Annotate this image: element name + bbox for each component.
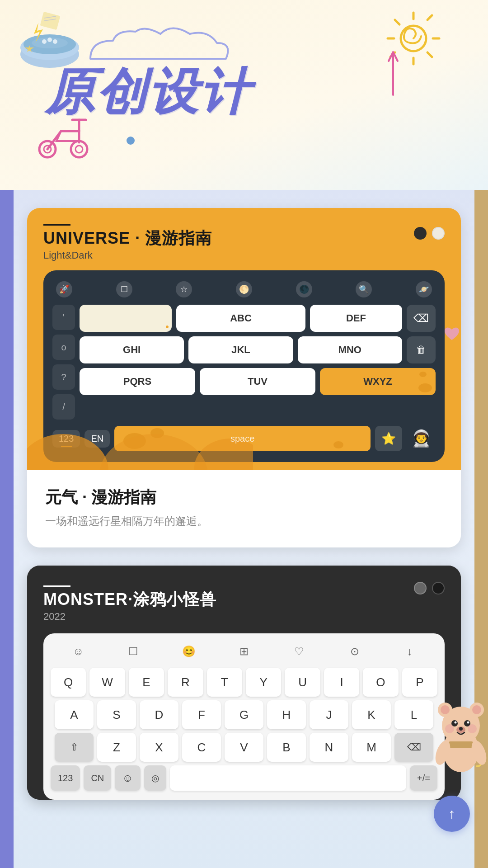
svg-point-31 xyxy=(441,705,450,714)
monster-year: 2022 xyxy=(43,611,216,623)
wk-num-key[interactable]: 123 xyxy=(51,765,80,791)
wk-key-shift[interactable]: ⇧ xyxy=(55,733,94,762)
kb-key-abc[interactable]: ABC xyxy=(176,305,305,332)
svg-point-6 xyxy=(53,39,57,44)
universe-card[interactable]: UNIVERSE · 漫游指南 Light&Dark 🚀 ☐ xyxy=(27,208,461,547)
monster-light-toggle[interactable] xyxy=(414,582,427,594)
wk-key-h[interactable]: H xyxy=(267,700,306,729)
kb-backspace[interactable]: ⌫ xyxy=(407,305,436,332)
svg-line-17 xyxy=(395,20,399,24)
svg-point-45 xyxy=(99,434,208,470)
wk-key-n[interactable]: N xyxy=(310,733,348,762)
svg-point-35 xyxy=(455,722,457,724)
svg-point-5 xyxy=(47,38,52,42)
svg-line-19 xyxy=(427,15,432,20)
kb-star-key[interactable]: ⭐ xyxy=(375,426,402,451)
kb-row-1: ● ABC DEF ⌫ xyxy=(80,305,436,332)
wk-key-w[interactable]: W xyxy=(89,668,125,697)
wk-key-v[interactable]: V xyxy=(225,733,263,762)
wk-special-key[interactable]: ◎ xyxy=(144,765,166,791)
svg-point-32 xyxy=(472,705,481,714)
wk-space-key[interactable] xyxy=(170,765,406,791)
kb-icon-bar: 🚀 ☐ ☆ 🌕 🌑 🔍 🪐 xyxy=(52,281,436,297)
svg-point-43 xyxy=(468,724,477,733)
wk-key-s[interactable]: S xyxy=(97,700,136,729)
wk-cn-key[interactable]: CN xyxy=(84,765,111,791)
wk-key-q[interactable]: Q xyxy=(51,668,86,697)
kb-astronaut-key: 👨‍🚀 xyxy=(407,424,436,453)
wk-key-b[interactable]: B xyxy=(267,733,306,762)
kb-key-tuv[interactable]: TUV xyxy=(200,368,315,395)
orange-blob-decoration xyxy=(27,398,253,470)
wk-key-j[interactable]: J xyxy=(310,700,348,729)
wk-row-zxcv: ⇧ Z X C V B N M ⌫ xyxy=(51,733,437,762)
monster-title-block: MONSTER·涂鸦小怪兽 2022 xyxy=(43,582,216,623)
wk-key-k[interactable]: K xyxy=(352,700,391,729)
kb-key-blank1: ● xyxy=(80,305,172,332)
kb-key-wxyz[interactable]: WXYZ xyxy=(320,368,436,395)
monster-dark-toggle[interactable] xyxy=(432,582,445,594)
wk-key-t[interactable]: T xyxy=(207,668,242,697)
kb-key-pqrs[interactable]: PQRS xyxy=(80,368,195,395)
svg-point-38 xyxy=(459,727,463,731)
wk-key-i[interactable]: I xyxy=(324,668,359,697)
cards-container: UNIVERSE · 漫游指南 Light&Dark 🚀 ☐ xyxy=(0,190,488,818)
wk-icon-heart: ♡ xyxy=(288,642,310,660)
hero-section: 原创设计 xyxy=(0,0,488,190)
wk-bottom-row: 123 CN ☺ ◎ +/= xyxy=(51,765,437,791)
wk-key-o[interactable]: O xyxy=(363,668,398,697)
svg-point-42 xyxy=(445,724,454,733)
back-to-top-button[interactable]: ↑ xyxy=(434,796,470,832)
kb-key-jkl[interactable]: JKL xyxy=(188,336,293,363)
main-content: UNIVERSE · 漫游指南 Light&Dark 🚀 ☐ xyxy=(0,190,488,868)
light-mode-toggle[interactable] xyxy=(432,227,445,240)
svg-rect-9 xyxy=(40,12,61,30)
kb-icon-page: ☐ xyxy=(116,281,132,297)
kb-icon-sun: 🌕 xyxy=(236,281,252,297)
wk-key-r[interactable]: R xyxy=(168,668,203,697)
wk-icon-emoji: 😊 xyxy=(178,642,200,660)
wk-icon-face: ☺ xyxy=(67,642,89,660)
dark-mode-toggle[interactable] xyxy=(414,227,427,240)
wk-letter-rows: Q W E R T Y U I O P A xyxy=(51,668,437,762)
kb-key-ghi[interactable]: GHI xyxy=(80,336,184,363)
wk-icon-down: ↓ xyxy=(399,642,421,660)
wk-extra-key[interactable]: +/= xyxy=(410,765,437,791)
wk-key-backspace[interactable]: ⌫ xyxy=(394,733,433,762)
svg-rect-39 xyxy=(447,741,474,748)
hero-title: 原创设计 xyxy=(45,59,251,126)
wk-key-m[interactable]: M xyxy=(352,733,391,762)
monster-card-header: MONSTER·涂鸦小怪兽 2022 ☺ ☐ 😊 xyxy=(27,566,461,800)
wk-key-a[interactable]: A xyxy=(55,700,94,729)
blue-dot-decoration xyxy=(127,137,135,145)
wk-key-d[interactable]: D xyxy=(140,700,178,729)
wk-key-e[interactable]: E xyxy=(129,668,164,697)
wk-emoji-key[interactable]: ☺ xyxy=(115,765,141,791)
kb-key-def[interactable]: DEF xyxy=(310,305,402,332)
kb-key-mno[interactable]: MNO xyxy=(298,336,402,363)
kb-row-3: PQRS TUV WXYZ xyxy=(80,368,436,395)
bear-character xyxy=(434,696,488,778)
kb-icon-search: 🔍 xyxy=(356,281,372,297)
wk-key-u[interactable]: U xyxy=(285,668,320,697)
universe-card-title-block: UNIVERSE · 漫游指南 Light&Dark xyxy=(43,224,212,261)
svg-point-4 xyxy=(42,39,47,44)
wk-icon-square: ☐ xyxy=(122,642,145,660)
wk-key-g[interactable]: G xyxy=(225,700,263,729)
svg-point-44 xyxy=(27,434,108,470)
universe-card-name: 元气 · 漫游指南 xyxy=(45,486,443,509)
monster-card[interactable]: MONSTER·涂鸦小怪兽 2022 ☺ ☐ 😊 xyxy=(27,566,461,800)
wk-key-x[interactable]: X xyxy=(140,733,178,762)
monster-toggle-dots xyxy=(414,582,445,594)
wk-key-y[interactable]: Y xyxy=(246,668,281,697)
wk-key-l[interactable]: L xyxy=(394,700,433,729)
monster-brand-title: MONSTER·涂鸦小怪兽 xyxy=(43,589,216,611)
wk-key-p[interactable]: P xyxy=(402,668,437,697)
wk-key-f[interactable]: F xyxy=(182,700,221,729)
kb-side-question: ? xyxy=(52,364,75,390)
kb-icon-moon: 🌑 xyxy=(296,281,312,297)
kb-delete[interactable]: 🗑 xyxy=(407,336,436,363)
wk-key-z[interactable]: Z xyxy=(97,733,136,762)
wk-key-c[interactable]: C xyxy=(182,733,221,762)
universe-card-info: 元气 · 漫游指南 一场和遥远行星相隔万年的邂逅。 xyxy=(27,470,461,547)
